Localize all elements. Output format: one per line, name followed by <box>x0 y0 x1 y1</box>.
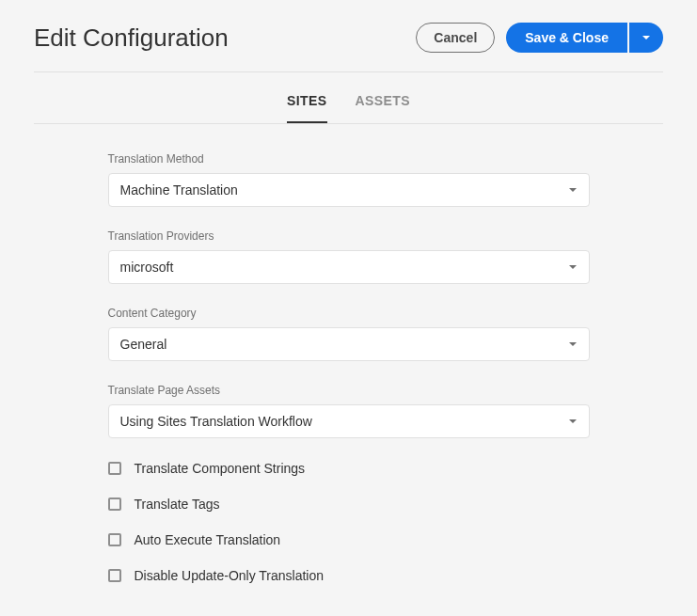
translation-method-select[interactable]: Machine Translation <box>108 173 590 207</box>
translation-providers-label: Translation Providers <box>108 229 590 243</box>
checkbox-row-disable-update-only: Disable Update-Only Translation <box>108 568 590 583</box>
field-translation-providers: Translation Providers microsoft <box>108 229 590 284</box>
checkbox-disable-update-only[interactable] <box>108 569 121 582</box>
translation-method-value: Machine Translation <box>120 182 238 197</box>
save-button-group: Save & Close <box>506 23 663 53</box>
save-close-button[interactable]: Save & Close <box>506 23 627 53</box>
field-translate-page-assets: Translate Page Assets Using Sites Transl… <box>108 384 590 438</box>
checkbox-row-translate-tags: Translate Tags <box>108 497 590 512</box>
tab-assets[interactable]: ASSETS <box>356 93 410 123</box>
checkbox-label-translate-tags: Translate Tags <box>135 497 220 512</box>
checkbox-label-auto-execute: Auto Execute Translation <box>135 532 281 547</box>
translate-page-assets-select[interactable]: Using Sites Translation Workflow <box>108 404 590 438</box>
translation-providers-select[interactable]: microsoft <box>108 250 590 284</box>
checkbox-label-component-strings: Translate Component Strings <box>135 461 306 476</box>
tab-sites[interactable]: SITES <box>287 93 326 123</box>
translate-page-assets-label: Translate Page Assets <box>108 384 590 397</box>
checkbox-row-component-strings: Translate Component Strings <box>108 461 590 476</box>
header: Edit Configuration Cancel Save & Close <box>34 23 663 72</box>
checkbox-component-strings[interactable] <box>108 462 121 475</box>
translation-method-label: Translation Method <box>108 152 590 166</box>
chevron-down-icon <box>568 417 578 426</box>
content-category-select[interactable]: General <box>108 327 590 361</box>
chevron-down-icon <box>568 185 578 195</box>
header-actions: Cancel Save & Close <box>416 23 663 53</box>
content-category-value: General <box>120 337 167 352</box>
content-category-label: Content Category <box>108 307 590 320</box>
chevron-down-icon <box>568 340 578 349</box>
checkbox-translate-tags[interactable] <box>108 498 121 511</box>
tabs: SITES ASSETS <box>34 72 663 124</box>
field-content-category: Content Category General <box>108 307 590 361</box>
translation-providers-value: microsoft <box>120 260 174 275</box>
checkbox-row-auto-execute: Auto Execute Translation <box>108 532 590 547</box>
page-title: Edit Configuration <box>34 24 229 53</box>
translate-page-assets-value: Using Sites Translation Workflow <box>120 414 312 429</box>
cancel-button[interactable]: Cancel <box>416 23 495 53</box>
field-translation-method: Translation Method Machine Translation <box>108 152 590 207</box>
chevron-down-icon <box>642 33 651 42</box>
checkbox-auto-execute[interactable] <box>108 533 121 546</box>
form: Translation Method Machine Translation T… <box>108 124 590 583</box>
save-dropdown-button[interactable] <box>629 23 663 53</box>
checkbox-label-disable-update-only: Disable Update-Only Translation <box>135 568 325 583</box>
chevron-down-icon <box>568 262 578 272</box>
